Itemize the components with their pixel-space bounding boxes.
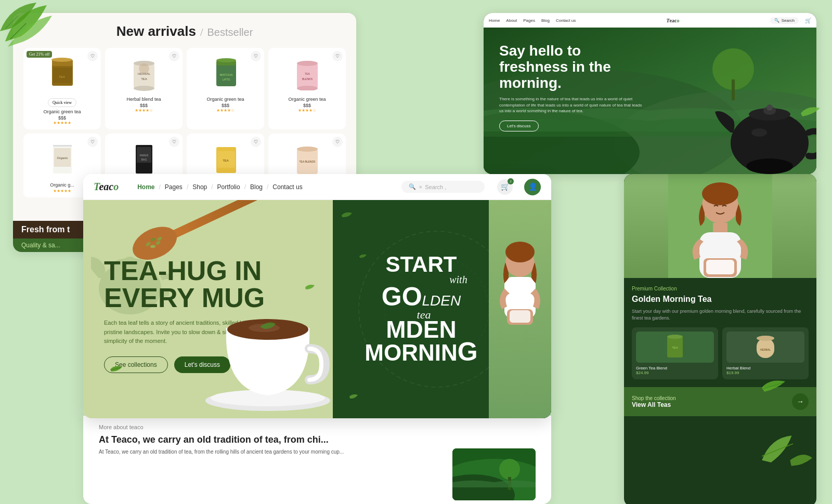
card-bottom-about: More about teaco At Teaco, we carry an o… xyxy=(83,416,551,504)
nav-blog[interactable]: Blog xyxy=(541,18,550,23)
nav-pages[interactable]: Pages xyxy=(523,18,535,23)
svg-text:LATTE: LATTE xyxy=(222,78,230,81)
svg-rect-73 xyxy=(510,310,530,323)
wishlist-button[interactable]: ♡ xyxy=(87,51,98,61)
product-price: $$$ xyxy=(28,115,97,121)
tea-cup-illustration xyxy=(187,286,333,418)
svg-text:TEA: TEA xyxy=(305,72,310,75)
dark-product-image: HERBAL xyxy=(726,331,804,363)
cart-icon[interactable]: 🛒 xyxy=(805,18,811,23)
svg-point-11 xyxy=(134,86,154,91)
product-price: $$$ xyxy=(109,103,178,108)
svg-point-50 xyxy=(751,128,767,137)
card-say-hello: Home About Pages Blog Contact us Teaco 🔍… xyxy=(484,13,816,174)
svg-point-71 xyxy=(505,242,535,262)
dark-product-price: $24.99 xyxy=(636,370,714,375)
product-name: Organic green tea xyxy=(272,97,342,102)
nav-contact[interactable]: Contact us xyxy=(272,183,302,191)
start-text-block: START with Golden tea Mden Morning xyxy=(354,244,488,375)
product-card[interactable]: ♡ MATCHA LATTE Organic green tea $$$ ★★★… xyxy=(187,48,264,129)
search-bar[interactable]: 🔍 ≡ Search , xyxy=(401,181,485,193)
svg-point-21 xyxy=(297,61,318,66)
svg-point-8 xyxy=(51,58,72,62)
nav-pages[interactable]: Pages xyxy=(165,183,183,191)
search-placeholder: Search , xyxy=(425,184,446,190)
product-price: $$$ xyxy=(272,103,342,108)
dark-panel-top xyxy=(624,174,816,278)
product-card[interactable]: Get 21% off ♡ TEA Quick view Organic gre… xyxy=(23,48,101,129)
svg-text:BLENDS: BLENDS xyxy=(302,77,313,81)
svg-point-37 xyxy=(297,147,318,152)
leaf-deco-1 xyxy=(341,210,354,222)
svg-text:BAG: BAG xyxy=(141,158,147,161)
product-stars: ★★★★☆ xyxy=(191,108,260,113)
product-stars: ★★★★★ xyxy=(28,121,97,125)
search-placeholder: Search xyxy=(782,18,795,23)
nav-contact[interactable]: Contact us xyxy=(556,18,576,23)
dark-product-price: $19.99 xyxy=(726,370,804,375)
svg-text:TEA BLENDS: TEA BLENDS xyxy=(299,160,316,163)
product-image: TEA BLENDS xyxy=(272,138,342,179)
svg-rect-82 xyxy=(713,223,727,233)
product-name: Organic green tea xyxy=(28,109,97,114)
arrow-button[interactable]: → xyxy=(792,393,809,410)
nav-bar: Home About Pages Blog Contact us Teaco 🔍… xyxy=(484,13,816,28)
leaf-decoration-top-right xyxy=(798,104,824,124)
product-card[interactable]: ♡ TEA BLENDS Organic green tea $$$ ★★★★☆ xyxy=(268,48,346,129)
dark-product-card[interactable]: HERBAL Herbal Blend $19.99 xyxy=(722,327,809,379)
wishlist-button[interactable]: ♡ xyxy=(87,137,98,147)
wishlist-button[interactable]: ♡ xyxy=(169,137,179,147)
wishlist-button[interactable]: ♡ xyxy=(332,51,343,61)
wishlist-button[interactable]: ♡ xyxy=(169,51,179,61)
hero-background: Say hello to freshness in the morning. T… xyxy=(484,28,816,174)
leaf-decoration-mid-right xyxy=(759,377,790,400)
svg-point-49 xyxy=(746,158,793,174)
dark-panel-label: Premium Collection xyxy=(632,286,809,291)
golden-text: Golden xyxy=(365,286,477,308)
svg-rect-20 xyxy=(297,63,318,88)
nav-shop[interactable]: Shop xyxy=(192,183,207,191)
svg-text:TEA: TEA xyxy=(223,159,229,162)
product-name: Herbal blend tea xyxy=(109,97,178,102)
wishlist-button[interactable]: ♡ xyxy=(251,137,261,147)
leaf-deco-2 xyxy=(348,393,359,403)
product-price: $$$ xyxy=(191,103,260,108)
nav-home[interactable]: Home xyxy=(137,183,154,191)
logo: Teaco xyxy=(666,18,679,23)
leaf-decoration-topleft xyxy=(0,0,62,52)
cart-button[interactable]: 🛒 2 xyxy=(497,179,513,195)
quick-view-button[interactable]: Quick view xyxy=(48,98,76,107)
search-filter-icon: ≡ xyxy=(419,184,422,190)
user-account-button[interactable]: 👤 xyxy=(524,179,541,195)
cart-badge: 2 xyxy=(508,178,514,184)
main-navigation: Teaco Home / Pages / Shop / Portfolio / … xyxy=(83,174,551,200)
new-arrivals-title: New arrivals xyxy=(116,23,196,39)
svg-text:Organic: Organic xyxy=(57,156,68,160)
dark-product-name: Green Tea Blend xyxy=(636,366,714,370)
lets-discuss-button[interactable]: Let's discuss xyxy=(499,121,539,131)
dark-panel-body: Start your day with our premium golden m… xyxy=(632,308,809,321)
dark-product-card[interactable]: TEA Green Tea Blend $24.99 xyxy=(632,327,718,379)
dark-product-name: Herbal Blend xyxy=(726,366,804,370)
svg-point-17 xyxy=(216,58,236,62)
cart-icon-symbol: 🛒 xyxy=(501,182,510,191)
nav-blog[interactable]: Blog xyxy=(250,183,263,191)
search-box[interactable]: 🔍 Search xyxy=(770,17,799,24)
nav-about[interactable]: About xyxy=(506,18,517,23)
site-logo: Teaco xyxy=(94,181,119,193)
product-image: TEA xyxy=(28,52,97,94)
svg-rect-54 xyxy=(162,200,260,243)
product-card[interactable]: ♡ HERBAL TEA Herbal blend tea $$$ ★★★★☆ xyxy=(105,48,183,129)
product-image: TEA xyxy=(191,138,260,179)
person-image xyxy=(489,200,551,418)
hero-section: TEA-HUG IN EVERY MUG Each tea leaf tells… xyxy=(83,200,551,418)
wishlist-button[interactable]: ♡ xyxy=(251,51,261,61)
morning-text-2: Morning xyxy=(365,340,477,364)
nav-home[interactable]: Home xyxy=(489,18,500,23)
bestseller-title: Bestseller xyxy=(207,26,253,38)
svg-point-90 xyxy=(757,336,774,341)
product-stars: ★★★★☆ xyxy=(272,108,342,113)
about-body: At Teaco, we carry an old tradition of t… xyxy=(99,448,442,456)
nav-portfolio[interactable]: Portfolio xyxy=(217,183,240,191)
wishlist-button[interactable]: ♡ xyxy=(332,137,343,147)
